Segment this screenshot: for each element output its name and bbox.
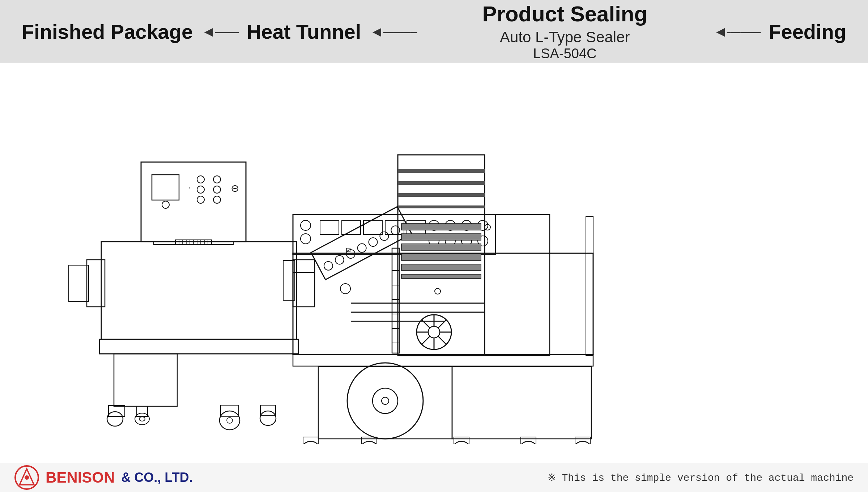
finished-package-section: Finished Package ◄------- Heat Tunnel ◄-… (22, 20, 416, 43)
logo-co: & CO., LTD. (121, 470, 192, 485)
svg-rect-105 (485, 215, 550, 356)
svg-text:→: → (184, 183, 192, 192)
svg-point-34 (220, 411, 240, 430)
svg-rect-42 (320, 221, 339, 234)
svg-point-107 (301, 441, 320, 444)
svg-rect-26 (99, 339, 298, 354)
svg-rect-27 (114, 354, 177, 406)
model-number: LSA-504C (482, 46, 647, 62)
logo-benison: BENISON (46, 469, 115, 486)
svg-point-8 (197, 196, 204, 203)
arrow3: ◄---------- (714, 24, 760, 40)
machine-diagram: → ⊝ (36, 82, 832, 444)
svg-point-60 (367, 236, 379, 247)
svg-line-101 (438, 336, 446, 344)
svg-rect-89 (293, 355, 593, 366)
svg-rect-1 (141, 162, 246, 242)
product-sealing-block: Product Sealing Auto L-Type Sealer LSA-5… (482, 1, 647, 62)
arrow1: ◄------- (201, 24, 238, 40)
svg-rect-75 (401, 264, 481, 271)
feeding-section: ◄---------- Feeding (714, 20, 846, 43)
svg-point-29 (107, 412, 123, 426)
svg-rect-72 (401, 234, 481, 240)
svg-point-40 (301, 220, 311, 230)
finished-package-label: Finished Package (22, 20, 193, 43)
svg-rect-55 (311, 207, 412, 280)
svg-point-31 (135, 413, 149, 425)
svg-point-32 (139, 417, 145, 421)
svg-point-63 (340, 284, 350, 294)
machine-name: Auto L-Type Sealer (482, 29, 647, 46)
header-bar: Finished Package ◄------- Heat Tunnel ◄-… (0, 0, 868, 63)
svg-point-37 (260, 411, 276, 425)
svg-point-123 (25, 475, 29, 480)
footer: BENISON & CO., LTD. ※ This is the simple… (0, 463, 868, 492)
svg-point-110 (360, 441, 379, 444)
svg-rect-74 (401, 254, 481, 260)
svg-rect-73 (401, 244, 481, 250)
product-sealing-title: Product Sealing (482, 1, 647, 26)
svg-rect-104 (452, 366, 591, 439)
svg-text:⊝: ⊝ (231, 183, 239, 194)
svg-rect-118 (586, 216, 593, 356)
product-sealing-section: Product Sealing Auto L-Type Sealer LSA-5… (416, 1, 713, 62)
svg-point-91 (347, 363, 423, 439)
svg-rect-28 (109, 406, 125, 416)
svg-point-92 (373, 388, 398, 413)
arrow2: ◄---------- (370, 24, 416, 40)
svg-point-41 (301, 234, 311, 244)
svg-rect-71 (401, 224, 481, 230)
svg-point-7 (213, 186, 221, 193)
svg-point-117 (573, 441, 592, 444)
svg-rect-76 (401, 274, 481, 279)
svg-point-9 (213, 196, 221, 203)
logo-icon (14, 465, 39, 490)
svg-rect-30 (137, 406, 148, 416)
main-drawing-area: → ⊝ (0, 63, 868, 463)
svg-rect-36 (260, 405, 276, 415)
svg-rect-25 (69, 265, 89, 301)
svg-point-4 (197, 176, 204, 183)
svg-rect-45 (385, 221, 404, 234)
svg-point-112 (452, 441, 471, 444)
logo-area: BENISON & CO., LTD. (14, 465, 193, 490)
svg-line-103 (422, 336, 430, 344)
svg-point-35 (227, 417, 233, 423)
footer-note: ※ This is the simple version of the actu… (548, 471, 854, 484)
svg-point-57 (334, 254, 345, 266)
svg-point-61 (378, 230, 390, 242)
svg-rect-23 (87, 260, 105, 307)
svg-point-6 (197, 186, 204, 193)
svg-rect-0 (101, 242, 297, 339)
svg-rect-2 (152, 175, 179, 200)
svg-point-59 (356, 242, 367, 254)
svg-point-77 (435, 288, 441, 294)
svg-point-5 (213, 176, 221, 183)
svg-point-11 (162, 201, 169, 208)
svg-rect-90 (318, 366, 452, 439)
heat-tunnel-label: Heat Tunnel (247, 20, 361, 43)
svg-point-93 (382, 397, 389, 404)
svg-point-114 (519, 441, 538, 444)
feeding-label: Feeding (769, 20, 846, 43)
svg-point-56 (323, 260, 334, 271)
